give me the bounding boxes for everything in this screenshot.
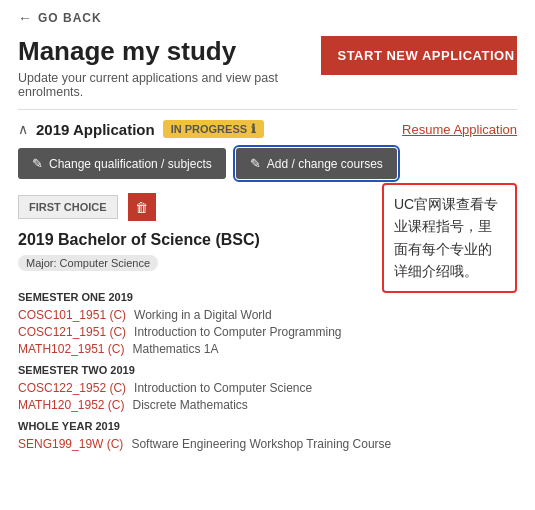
application-header-left: ∧ 2019 Application IN PROGRESS ℹ: [18, 120, 264, 138]
course-row: MATH120_1952 (C)Discrete Mathematics: [18, 398, 517, 412]
back-label[interactable]: GO BACK: [38, 11, 102, 25]
header-section: Manage my study Update your current appl…: [0, 32, 535, 109]
major-badge: Major: Computer Science: [18, 255, 158, 271]
course-name: Introduction to Computer Programming: [134, 325, 341, 339]
course-name: Introduction to Computer Science: [134, 381, 312, 395]
application-header: ∧ 2019 Application IN PROGRESS ℹ Resume …: [18, 120, 517, 138]
back-arrow-icon: ←: [18, 10, 32, 26]
course-code-link[interactable]: COSC122_1952 (C): [18, 381, 126, 395]
header-divider: [18, 109, 517, 110]
page-subtitle: Update your current applications and vie…: [18, 71, 321, 99]
course-name: Mathematics 1A: [133, 342, 219, 356]
semester-label: SEMESTER ONE 2019: [18, 291, 517, 303]
first-choice-badge: FIRST CHOICE: [18, 195, 118, 219]
chevron-up-icon: ∧: [18, 121, 28, 137]
semester-label: WHOLE YEAR 2019: [18, 420, 517, 432]
course-name: Software Engineering Workshop Training C…: [131, 437, 391, 451]
application-year-title: 2019 Application: [36, 121, 155, 138]
annotation-text: UC官网课查看专业课程指号，里面有每个专业的详细介绍哦。: [394, 196, 498, 279]
header-left: Manage my study Update your current appl…: [18, 36, 321, 99]
annotation-box: UC官网课查看专业课程指号，里面有每个专业的详细介绍哦。: [382, 183, 517, 293]
course-code-link[interactable]: COSC121_1951 (C): [18, 325, 126, 339]
course-row: SENG199_19W (C)Software Engineering Work…: [18, 437, 517, 451]
info-icon: ℹ: [251, 122, 256, 136]
resume-application-link[interactable]: Resume Application: [402, 122, 517, 137]
course-row: COSC122_1952 (C)Introduction to Computer…: [18, 381, 517, 395]
course-row: MATH102_1951 (C)Mathematics 1A: [18, 342, 517, 356]
application-section: ∧ 2019 Application IN PROGRESS ℹ Resume …: [0, 120, 535, 454]
page-title: Manage my study: [18, 36, 321, 67]
course-code-link[interactable]: SENG199_19W (C): [18, 437, 123, 451]
top-nav: ← GO BACK: [0, 0, 535, 32]
course-code-link[interactable]: MATH120_1952 (C): [18, 398, 125, 412]
content-area: FIRST CHOICE 🗑 2019 Bachelor of Science …: [18, 193, 517, 454]
course-code-link[interactable]: MATH102_1951 (C): [18, 342, 125, 356]
course-row: COSC101_1951 (C)Working in a Digital Wor…: [18, 308, 517, 322]
start-new-application-button[interactable]: START NEW APPLICATION: [321, 36, 517, 75]
action-buttons: Change qualification / subjects Add / ch…: [18, 148, 517, 179]
semesters-container: SEMESTER ONE 2019COSC101_1951 (C)Working…: [18, 291, 517, 451]
trash-icon: 🗑: [135, 200, 148, 215]
course-name: Working in a Digital World: [134, 308, 272, 322]
course-name: Discrete Mathematics: [133, 398, 248, 412]
course-row: COSC121_1951 (C)Introduction to Computer…: [18, 325, 517, 339]
course-code-link[interactable]: COSC101_1951 (C): [18, 308, 126, 322]
status-badge: IN PROGRESS ℹ: [163, 120, 264, 138]
status-label: IN PROGRESS: [171, 123, 247, 135]
add-change-courses-button[interactable]: Add / change courses: [236, 148, 397, 179]
delete-choice-button[interactable]: 🗑: [128, 193, 156, 221]
change-qualification-button[interactable]: Change qualification / subjects: [18, 148, 226, 179]
semester-label: SEMESTER TWO 2019: [18, 364, 517, 376]
